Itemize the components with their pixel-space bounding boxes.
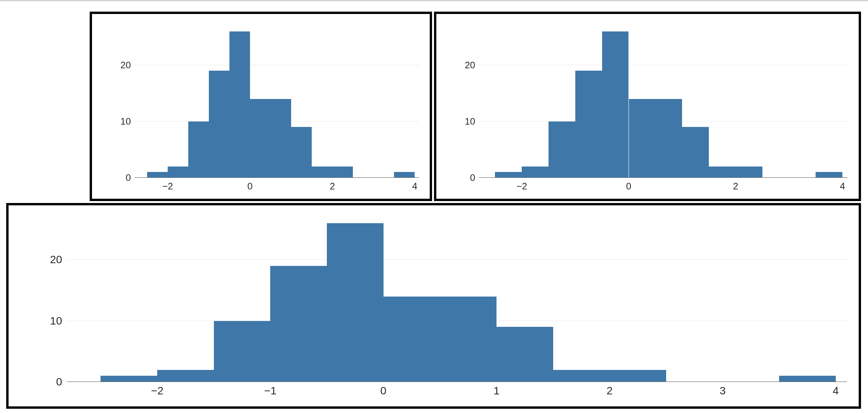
histogram-bar — [250, 99, 271, 178]
x-tick-label: 4 — [412, 181, 417, 192]
histogram-bar — [332, 167, 353, 178]
histogram-bar — [682, 127, 709, 178]
histogram-bar — [168, 167, 188, 178]
histogram-bar — [270, 266, 327, 382]
y-tick-label: 20 — [460, 60, 475, 71]
histogram-bar — [209, 71, 229, 178]
x-tick-label: 1 — [493, 385, 500, 397]
histogram-bar — [394, 172, 415, 178]
plot-area — [479, 26, 848, 178]
x-tick-label: 0 — [247, 181, 252, 192]
y-tick-label: 0 — [460, 172, 475, 183]
histogram-bar — [549, 121, 575, 178]
x-axis-line — [67, 382, 847, 382]
histogram-bar — [816, 172, 842, 178]
x-tick-label: 3 — [720, 385, 726, 397]
histogram-bar — [440, 297, 496, 382]
x-tick-label: 2 — [733, 181, 738, 192]
histogram-bar — [609, 370, 666, 382]
histogram-bar — [522, 167, 549, 178]
plot-area — [135, 26, 419, 178]
y-tick-label: 20 — [115, 60, 131, 71]
histogram-bar — [602, 31, 629, 178]
histogram-bars — [135, 26, 419, 178]
histogram-bar — [147, 172, 168, 178]
y-tick-label: 0 — [43, 376, 62, 388]
histogram-bar — [495, 172, 522, 178]
histogram-bars — [67, 217, 847, 382]
x-tick-label: −1 — [264, 385, 276, 397]
histogram-bar — [709, 167, 736, 178]
subplot-top-right: 0 10 20 −2 0 2 4 — [434, 12, 861, 201]
x-tick-label: −2 — [162, 181, 173, 192]
histogram-bar — [214, 321, 271, 382]
x-tick-label: 2 — [330, 181, 335, 192]
x-tick-label: 4 — [833, 385, 839, 397]
x-axis-line — [479, 177, 848, 178]
subplot-bottom: 0 10 20 −2 −1 0 1 2 3 4 — [6, 203, 861, 409]
x-tick-label: −2 — [516, 181, 527, 192]
histogram-bar — [736, 167, 762, 178]
y-tick-label: 0 — [115, 172, 131, 183]
histogram-bar — [157, 370, 214, 382]
subplot-top-left: 0 10 20 −2 0 2 4 — [90, 12, 432, 201]
x-tick-label: 0 — [380, 385, 387, 397]
histogram-bar — [271, 99, 291, 178]
histogram-bar — [553, 370, 610, 382]
histogram-bar — [384, 297, 440, 382]
y-tick-label: 10 — [460, 116, 475, 127]
histogram-bar — [779, 376, 836, 382]
histogram-bar — [629, 99, 656, 178]
x-tick-label: −2 — [151, 385, 163, 397]
histogram-bar — [229, 31, 250, 178]
histogram-bar — [575, 71, 602, 178]
x-tick-label: 0 — [626, 181, 631, 192]
figure-container: 0 10 20 −2 0 2 4 0 10 20 −2 0 2 4 — [0, 0, 868, 413]
x-axis-line — [135, 177, 419, 178]
histogram-bar — [496, 327, 553, 382]
histogram-bar — [655, 99, 682, 178]
histogram-bar — [291, 127, 312, 178]
y-tick-label: 10 — [115, 116, 131, 127]
histogram-bars — [479, 26, 848, 178]
plot-area — [67, 217, 847, 382]
histogram-bar — [312, 167, 332, 178]
y-tick-label: 20 — [43, 253, 62, 266]
y-tick-label: 10 — [43, 315, 62, 327]
x-tick-label: 2 — [606, 385, 613, 397]
x-tick-label: 4 — [840, 181, 845, 192]
histogram-bar — [327, 223, 384, 382]
histogram-bar — [188, 121, 209, 178]
histogram-bar — [101, 376, 157, 382]
